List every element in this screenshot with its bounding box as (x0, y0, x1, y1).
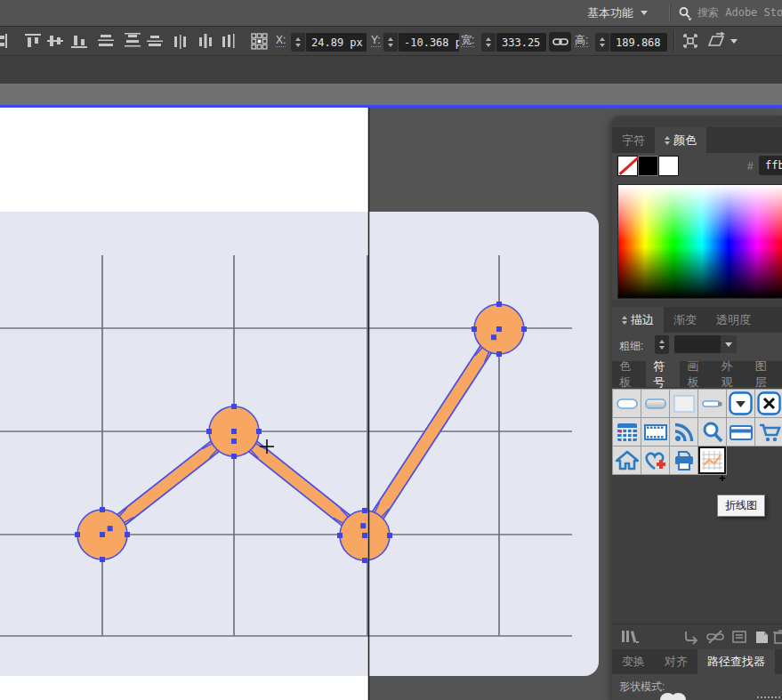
stroke-weight-input[interactable] (674, 335, 721, 353)
symbols-grid (612, 389, 782, 475)
stroke-panel-content: 粗细: (612, 333, 782, 361)
height-field[interactable]: 189.868 p (610, 33, 667, 52)
tab-align[interactable]: 对齐 (655, 649, 697, 674)
right-dock-panel: 字符 颜色 # ffb 描边 渐变 透明度 粗细: 色板 符号 画板 外观 图层 (612, 116, 782, 700)
symbol-web-slider[interactable] (698, 389, 727, 418)
black-swatch[interactable] (638, 156, 658, 176)
symbol-web-button-gradient[interactable] (641, 389, 670, 418)
place-symbol-instance-icon[interactable] (683, 629, 699, 648)
constrain-proportions-link-icon[interactable] (549, 32, 571, 52)
align-vertical-center-icon[interactable] (45, 30, 65, 52)
symbol-options-icon[interactable] (731, 629, 747, 648)
stroke-weight-dropdown[interactable] (721, 335, 737, 353)
align-bottom-icon[interactable] (69, 30, 89, 52)
y-stepper[interactable] (383, 33, 398, 52)
none-swatch[interactable] (617, 156, 638, 176)
symbol-rss[interactable] (670, 418, 698, 447)
reference-point-locator-icon[interactable] (249, 30, 269, 52)
symbol-web-button[interactable] (612, 389, 641, 418)
symbol-shopping-cart[interactable] (755, 418, 782, 447)
stroke-weight-stepper[interactable] (655, 335, 669, 354)
width-field-label: 宽: (461, 34, 474, 47)
align-right-icon[interactable] (0, 30, 9, 52)
shape-mode-label: 形状模式: (619, 680, 665, 695)
x-field-label: X: (276, 34, 286, 47)
tab-stroke[interactable]: 描边 (612, 307, 664, 333)
stroke-panel-tabbar: 描边 渐变 透明度 (612, 307, 782, 333)
controlbar-divider (673, 30, 675, 52)
symbol-tooltip: 折线图 (717, 495, 765, 517)
document-tab-strip (0, 55, 782, 84)
align-top-icon[interactable] (23, 30, 43, 52)
tab-pathfinder[interactable]: 路径查找器 (697, 649, 775, 674)
pathfinder-tabbar: 变换 对齐 路径查找器 (612, 649, 782, 674)
distribute-right-icon[interactable] (219, 30, 238, 52)
white-swatch[interactable] (658, 156, 679, 176)
stock-search-input[interactable]: 搜索 Adobe Stock (678, 0, 782, 26)
drag-plus-cursor: + (719, 474, 726, 483)
tab-artboards[interactable]: 画板 (680, 361, 713, 387)
workspace-label: 基本功能 (587, 5, 633, 21)
distribute-vcenter-icon[interactable] (123, 30, 142, 52)
color-panel-tabbar: 字符 颜色 (612, 127, 782, 153)
height-stepper[interactable] (595, 33, 609, 52)
scale-tool-icon[interactable] (681, 30, 700, 52)
app-frame-strip (0, 84, 782, 105)
new-symbol-icon[interactable] (754, 629, 770, 648)
symbol-web-frame[interactable] (670, 389, 698, 418)
panel-collapse-icon (665, 136, 670, 145)
delete-symbol-icon[interactable] (773, 629, 782, 648)
menubar-divider (669, 4, 671, 21)
distribute-top-icon[interactable] (96, 30, 116, 52)
tab-appearance[interactable]: 外观 (714, 361, 748, 387)
symbol-credit-card[interactable] (727, 418, 755, 447)
shear-tool-icon[interactable] (707, 30, 738, 52)
symbol-calendar[interactable] (612, 418, 641, 447)
symbol-printer[interactable] (670, 447, 698, 475)
symbol-close-button[interactable] (755, 389, 782, 418)
tab-symbols[interactable]: 符号 (646, 361, 680, 387)
stroke-weight-label: 粗细: (619, 339, 643, 354)
symbols-panel-footer (612, 624, 782, 650)
distribute-bottom-icon[interactable] (145, 30, 165, 52)
x-stepper[interactable] (291, 33, 305, 52)
distribute-hcenter-icon[interactable] (196, 30, 215, 52)
height-field-label: 高: (575, 34, 588, 47)
shape-mode-button-fragment (757, 696, 780, 700)
tab-transparency[interactable]: 透明度 (706, 307, 761, 333)
chevron-down-icon (730, 39, 738, 44)
y-field[interactable]: -10.368 p (399, 33, 459, 52)
symbols-panel-tabbar: 色板 符号 画板 外观 图层 (612, 361, 782, 387)
symbol-film[interactable] (641, 418, 670, 447)
color-spectrum[interactable] (617, 184, 782, 299)
symbol-dropdown-button[interactable] (727, 389, 755, 418)
tab-gradient[interactable]: 渐变 (664, 307, 706, 333)
symbol-health-heart[interactable] (641, 447, 670, 475)
tab-transform[interactable]: 变换 (612, 649, 655, 674)
menubar: 基本功能 搜索 Adobe Stock (0, 0, 782, 26)
y-field-label: Y: (371, 34, 381, 47)
chevron-down-icon (641, 11, 648, 15)
distribute-left-icon[interactable] (172, 30, 191, 52)
search-placeholder: 搜索 Adobe Stock (697, 5, 782, 20)
tab-color[interactable]: 颜色 (655, 127, 706, 153)
break-symbol-link-icon[interactable] (706, 629, 724, 648)
search-icon (678, 6, 692, 20)
hex-input[interactable]: ffb (759, 156, 782, 175)
tab-swatches[interactable]: 色板 (612, 361, 646, 387)
tab-character[interactable]: 字符 (612, 127, 655, 153)
x-field[interactable]: 24.89 px (306, 33, 367, 52)
hex-label: # (747, 160, 754, 173)
workspace-switcher[interactable]: 基本功能 (587, 0, 648, 26)
width-field[interactable]: 333.25 p (496, 33, 546, 52)
shape-mode-unite-button[interactable] (660, 693, 696, 700)
panel-collapse-icon (622, 316, 627, 325)
width-stepper[interactable] (481, 33, 496, 52)
symbol-libraries-icon[interactable] (621, 629, 641, 648)
tab-layers[interactable]: 图层 (748, 361, 782, 387)
symbol-home[interactable] (612, 447, 641, 475)
symbol-search[interactable] (698, 418, 727, 447)
color-panel-content: # ffb (612, 153, 782, 300)
